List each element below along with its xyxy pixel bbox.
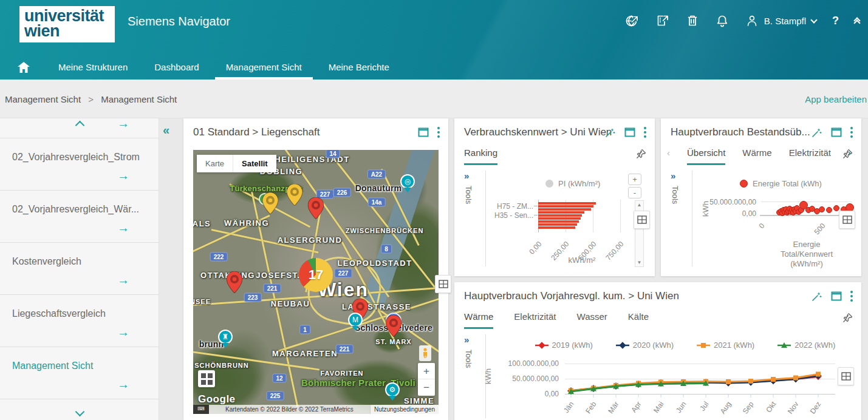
ranking-panel-title: Verbrauchskennwert > Uni Wien (464, 126, 612, 138)
sidebar-item-02-vorjahresvergleich-w-r-[interactable]: 02_Vorjahresvergleich_Wär...→ (0, 191, 159, 243)
nav-item-meine-berichte[interactable]: Meine Berichte (318, 55, 400, 80)
sidebar-item-liegeschaftsvergleich[interactable]: Liegeschaftsvergleich→ (0, 295, 159, 347)
red-pin-marker[interactable] (308, 197, 324, 222)
ranking-legend[interactable]: PI (kWh/m²) (545, 179, 600, 188)
legend-item-2020[interactable]: 2020 (kWh) (616, 340, 674, 350)
show-table-button[interactable] (839, 211, 855, 229)
category-label: H75 - ZM... (479, 202, 533, 211)
sidebar-item[interactable]: → (0, 118, 159, 138)
map-type-karte-button[interactable]: Karte (197, 155, 233, 172)
sidebar-item-kostenvergleich[interactable]: Kostenvergleich→ (0, 243, 159, 295)
google-map[interactable]: HEILIGENSTADTDÖBLINGTürkenschanzparkDona… (193, 150, 439, 414)
maximize-icon[interactable] (831, 291, 842, 301)
chart-zoom-in-button[interactable]: + (628, 174, 641, 185)
google-logo: Google (198, 393, 236, 405)
show-table-button[interactable] (435, 275, 451, 293)
bar (538, 220, 579, 223)
collapse-header-icon[interactable] (855, 16, 859, 25)
cluster-pie-marker[interactable]: 17 (299, 258, 333, 292)
map-type-satellit-button[interactable]: Satellit (233, 155, 276, 172)
open-arrow-icon[interactable]: → (117, 169, 129, 183)
nav-item-dashboard[interactable]: Dashboard (143, 55, 210, 80)
castle-poi-marker[interactable]: ♜ (218, 330, 233, 348)
tools-expand-icon[interactable]: » (464, 334, 485, 345)
chart-zoom-out-button[interactable]: - (628, 187, 641, 198)
red-pin-marker[interactable] (227, 271, 243, 296)
open-arrow-icon[interactable]: → (117, 117, 129, 130)
red-pin-marker[interactable] (386, 315, 402, 339)
app-bearbeiten-link[interactable]: App bearbeiten (805, 94, 867, 104)
maximize-icon[interactable] (418, 127, 429, 137)
show-table-button[interactable] (838, 367, 854, 385)
tabs-scroll-left-icon[interactable]: ‹ (667, 147, 670, 165)
map-route-badge: 227 (335, 269, 352, 278)
legend-item-2022[interactable]: 2022 (kWh) (777, 340, 835, 350)
user-menu[interactable]: B. Stampfl (745, 14, 816, 27)
yellow-pin-marker[interactable] (262, 192, 279, 217)
nav-item-meine-strukturen[interactable]: Meine Strukturen (47, 55, 138, 80)
sidebar-item-management-sicht[interactable]: Management Sicht→ (0, 347, 159, 399)
breadcrumb-item[interactable]: Management Sicht (5, 94, 81, 104)
tab-kaelte[interactable]: Kälte (628, 311, 649, 329)
camera-poi-marker[interactable]: ◎ (400, 174, 415, 192)
magic-wand-icon[interactable] (605, 127, 616, 138)
show-table-button[interactable] (634, 211, 650, 229)
sidebar-collapse-icon[interactable]: « (163, 123, 169, 137)
gear-poi-marker[interactable]: ⚙ (385, 382, 400, 401)
nav-home[interactable] (0, 55, 47, 80)
legend-item-2021[interactable]: 2021 (kWh) (697, 340, 754, 350)
pin-icon[interactable] (842, 313, 853, 323)
scatter-point (809, 206, 815, 212)
tab-ranking[interactable]: Ranking (464, 147, 497, 165)
globe-share-icon[interactable] (625, 13, 640, 28)
map-label: Donauturm (355, 183, 402, 193)
metro-poi-marker[interactable]: M (348, 313, 363, 331)
tab-elektrizitaet[interactable]: Elektrizität (789, 147, 831, 165)
export-window-icon[interactable] (655, 13, 670, 28)
kebab-menu-icon[interactable] (850, 291, 853, 302)
tab-wasser[interactable]: Wasser (577, 311, 607, 329)
series-marker (590, 385, 596, 391)
map-zoom-control: + − (418, 363, 435, 396)
breadcrumb-item[interactable]: Management Sicht (101, 94, 177, 104)
open-arrow-icon[interactable]: → (117, 325, 129, 339)
open-arrow-icon[interactable]: → (117, 273, 129, 287)
maximize-icon[interactable] (831, 127, 842, 137)
pegman-icon[interactable] (419, 345, 431, 361)
nav-item-management-sicht[interactable]: Management Sicht (215, 55, 313, 80)
x-tick-label: Sep (738, 400, 756, 420)
tab-uebersicht[interactable]: Übersicht (687, 147, 725, 165)
pin-icon[interactable] (636, 149, 646, 159)
trash-icon[interactable] (686, 13, 699, 28)
legend-item-2019[interactable]: 2019 (kWh) (535, 340, 593, 350)
sidebar-item-02-vorjahresvergleich-strom[interactable]: 02_Vorjahresvergleich_Strom→ (0, 138, 159, 191)
map-zoom-in-button[interactable]: + (418, 363, 435, 379)
maximize-icon[interactable] (624, 127, 635, 137)
map-tiles-icon[interactable] (198, 370, 215, 387)
breadcrumb: Management Sicht > Management Sicht (5, 94, 177, 104)
terms-link[interactable]: Nutzungsbedingungen (370, 405, 439, 414)
overview-legend[interactable]: Energie Total (kWh) (740, 179, 822, 188)
tab-elektrizitaet[interactable]: Elektrizität (514, 311, 556, 329)
tools-expand-icon[interactable]: » (671, 171, 692, 181)
kebab-menu-icon[interactable] (437, 127, 440, 138)
scatter-point (796, 209, 802, 215)
magic-wand-icon[interactable] (812, 127, 822, 138)
kebab-menu-icon[interactable] (850, 127, 853, 138)
map-zoom-out-button[interactable]: − (418, 379, 435, 396)
magic-wand-icon[interactable] (812, 291, 822, 302)
map-route-badge: 225 (267, 391, 284, 401)
tab-waerme[interactable]: Wärme (742, 147, 771, 165)
yellow-pin-marker[interactable] (287, 184, 303, 208)
bell-icon[interactable] (715, 13, 730, 28)
tools-expand-icon[interactable]: » (464, 171, 485, 181)
sidebar-scroll-down[interactable] (70, 408, 89, 418)
tab-waerme[interactable]: Wärme (464, 311, 493, 329)
help-icon[interactable]: ? (832, 15, 839, 27)
kebab-menu-icon[interactable] (644, 127, 646, 138)
open-arrow-icon[interactable]: → (117, 221, 129, 235)
pin-icon[interactable] (842, 149, 853, 159)
x-tick-label: 750,00 (596, 240, 626, 271)
keyboard-icon[interactable]: ⌨ (193, 405, 209, 414)
open-arrow-icon[interactable]: → (117, 378, 129, 391)
